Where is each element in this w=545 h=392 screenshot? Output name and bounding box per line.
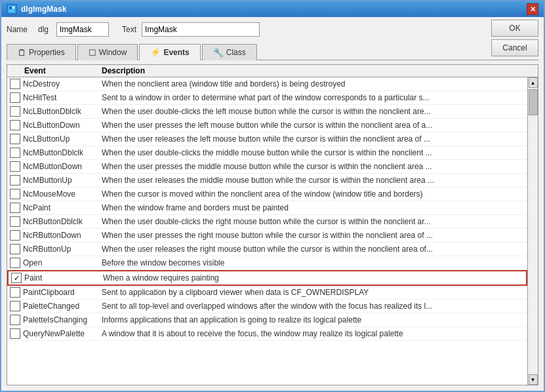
row-checkbox[interactable] bbox=[10, 287, 20, 298]
scroll-up-button[interactable]: ▲ bbox=[529, 77, 538, 88]
content-area: Name dlg Text OK Cancel 🗒 Properties ☐ W… bbox=[1, 17, 544, 391]
row-event-name: NcPaint bbox=[23, 203, 102, 212]
row-checkbox[interactable] bbox=[10, 79, 20, 89]
table-row[interactable]: OpenBefore the window becomes visible bbox=[7, 256, 527, 270]
tab-properties[interactable]: 🗒 Properties bbox=[7, 44, 76, 60]
table-row[interactable]: PaletteIsChangingInforms applications th… bbox=[7, 313, 527, 327]
row-event-name: QueryNewPalette bbox=[23, 329, 102, 338]
row-event-name: NcHitTest bbox=[23, 93, 102, 102]
row-checkbox[interactable] bbox=[10, 230, 20, 241]
row-description: When the user double-clicks the right mo… bbox=[102, 217, 525, 226]
row-checkbox[interactable] bbox=[10, 301, 20, 311]
table-row[interactable]: NcMButtonDblclkWhen the user double-clic… bbox=[7, 146, 527, 160]
row-description: When the user double-clicks the middle m… bbox=[102, 148, 525, 157]
row-description: When the user presses the middle mouse b… bbox=[102, 162, 525, 171]
svg-rect-2 bbox=[12, 7, 14, 9]
table-row[interactable]: NcPaintWhen the window frame and borders… bbox=[7, 201, 527, 215]
table-row[interactable]: NcRButtonDblclkWhen the user double-clic… bbox=[7, 215, 527, 229]
table-row[interactable]: NcRButtonUpWhen the user releases the ri… bbox=[7, 243, 527, 256]
row-event-name: PaletteIsChanging bbox=[23, 315, 102, 324]
table-row[interactable]: NcMButtonUpWhen the user releases the mi… bbox=[7, 174, 527, 187]
ok-button[interactable]: OK bbox=[491, 20, 538, 37]
cancel-button[interactable]: Cancel bbox=[491, 39, 538, 56]
row-checkbox[interactable] bbox=[10, 161, 20, 172]
table-scroll-area: NcDestroyWhen the nonclient area (window… bbox=[7, 77, 538, 385]
table-row[interactable]: PaletteChangedSent to all top-level and … bbox=[7, 300, 527, 313]
table-row[interactable]: NcLButtonUpWhen the user releases the le… bbox=[7, 132, 527, 146]
row-description: When the user releases the right mouse b… bbox=[102, 245, 525, 254]
table-row[interactable]: NcRButtonDownWhen the user presses the r… bbox=[7, 229, 527, 243]
row-event-name: Paint bbox=[24, 273, 103, 283]
row-description: When the window frame and borders must b… bbox=[102, 203, 525, 212]
row-checkbox[interactable] bbox=[10, 315, 20, 325]
table-row[interactable]: PaintClipboardSent to application by a c… bbox=[7, 286, 527, 300]
text-input[interactable] bbox=[142, 22, 260, 37]
close-button[interactable]: ✕ bbox=[527, 3, 538, 15]
svg-rect-1 bbox=[9, 7, 12, 9]
name-input[interactable] bbox=[56, 22, 109, 37]
row-description: When the cursor is moved within the nonc… bbox=[102, 189, 525, 199]
row-checkbox[interactable] bbox=[10, 244, 20, 254]
table-row[interactable]: NcDestroyWhen the nonclient area (window… bbox=[7, 77, 527, 91]
row-event-name: Open bbox=[23, 258, 102, 267]
row-checkbox[interactable] bbox=[10, 134, 20, 144]
row-checkbox[interactable] bbox=[10, 175, 20, 186]
scroll-down-button[interactable]: ▼ bbox=[529, 374, 538, 385]
window-icon bbox=[7, 4, 17, 14]
row-event-name: NcLButtonUp bbox=[23, 134, 102, 144]
row-checkbox[interactable] bbox=[10, 203, 20, 213]
table-body[interactable]: NcDestroyWhen the nonclient area (window… bbox=[7, 77, 527, 385]
row-event-name: NcMButtonDown bbox=[23, 162, 102, 171]
scrollbar[interactable]: ▲ ▼ bbox=[527, 77, 538, 385]
row-checkbox[interactable] bbox=[10, 216, 20, 227]
name-value1: dlg bbox=[38, 25, 49, 34]
properties-tab-icon: 🗒 bbox=[18, 48, 26, 58]
row-event-name: NcMouseMove bbox=[23, 189, 102, 199]
row-description: When a window requires painting bbox=[103, 273, 523, 283]
scroll-thumb[interactable] bbox=[529, 89, 538, 115]
row-checkbox[interactable]: ✓ bbox=[11, 273, 22, 283]
tab-window[interactable]: ☐ Window bbox=[77, 44, 138, 60]
row-description: When the user releases the middle mouse … bbox=[102, 176, 525, 185]
class-tab-icon: 🔧 bbox=[213, 48, 224, 58]
row-description: When the nonclient area (window title an… bbox=[102, 79, 525, 88]
tab-events[interactable]: ⚡ Events bbox=[139, 44, 200, 60]
row-event-name: NcMButtonUp bbox=[23, 176, 102, 185]
row-event-name: NcMButtonDblclk bbox=[23, 148, 102, 157]
row-description: Sent to application by a clipboard viewe… bbox=[102, 288, 525, 297]
table-row[interactable]: NcLButtonDblclkWhen the user double-clic… bbox=[7, 105, 527, 119]
main-window: dlgImgMask ✕ Name dlg Text OK Cancel 🗒 P… bbox=[0, 0, 545, 392]
name-label: Name bbox=[7, 25, 28, 34]
row-description: Sent to all top-level and overlapped win… bbox=[102, 302, 525, 311]
events-tab-icon: ⚡ bbox=[150, 47, 161, 57]
row-event-name: NcRButtonUp bbox=[23, 245, 102, 254]
text-label: Text bbox=[122, 25, 136, 34]
tabs-bar: 🗒 Properties ☐ Window ⚡ Events 🔧 Class bbox=[7, 43, 538, 60]
row-event-name: PaletteChanged bbox=[23, 302, 102, 311]
row-event-name: NcLButtonDblclk bbox=[23, 107, 102, 116]
window-tab-icon: ☐ bbox=[89, 48, 96, 58]
row-checkbox[interactable] bbox=[10, 120, 20, 130]
row-checkbox[interactable] bbox=[10, 106, 20, 117]
row-checkbox[interactable] bbox=[10, 258, 20, 268]
row-checkbox[interactable] bbox=[10, 328, 20, 339]
row-description: When the user releases the left mouse bu… bbox=[102, 134, 525, 144]
row-description: When the user presses the left mouse but… bbox=[102, 121, 525, 130]
table-row[interactable]: NcMouseMoveWhen the cursor is moved with… bbox=[7, 187, 527, 201]
row-event-name: NcDestroy bbox=[23, 79, 102, 88]
tab-class[interactable]: 🔧 Class bbox=[202, 44, 257, 60]
row-event-name: NcLButtonDown bbox=[23, 121, 102, 130]
row-description: A window that it is about to receive the… bbox=[102, 329, 525, 338]
event-column-header: Event bbox=[10, 66, 102, 75]
table-row[interactable]: NcLButtonDownWhen the user presses the l… bbox=[7, 119, 527, 132]
row-checkbox[interactable] bbox=[10, 147, 20, 158]
row-event-name: NcRButtonDown bbox=[23, 231, 102, 240]
events-table: Event Description NcDestroyWhen the nonc… bbox=[7, 64, 538, 385]
table-row[interactable]: ✓PaintWhen a window requires painting bbox=[7, 270, 527, 286]
table-row[interactable]: NcMButtonDownWhen the user presses the m… bbox=[7, 160, 527, 174]
table-row[interactable]: NcHitTestSent to a window in order to de… bbox=[7, 91, 527, 105]
row-checkbox[interactable] bbox=[10, 189, 20, 199]
row-description: When the user presses the right mouse bu… bbox=[102, 231, 525, 240]
table-row[interactable]: QueryNewPaletteA window that it is about… bbox=[7, 327, 527, 341]
row-checkbox[interactable] bbox=[10, 92, 20, 103]
